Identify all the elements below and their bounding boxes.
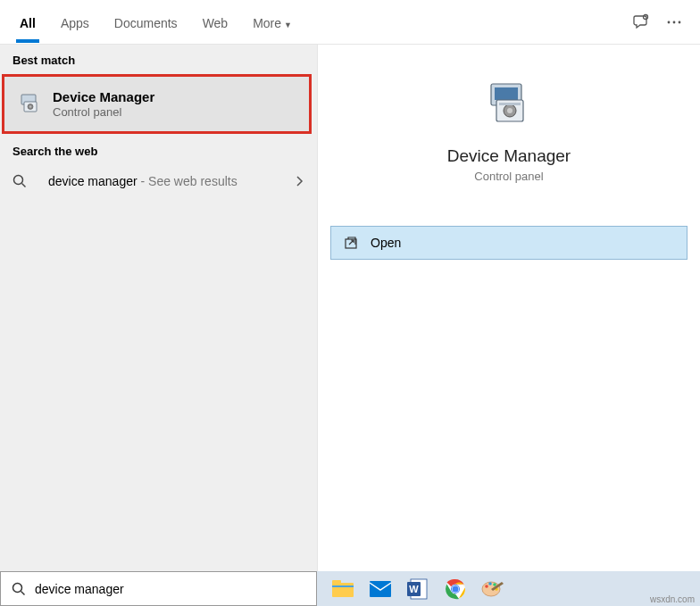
feedback-icon[interactable] xyxy=(632,13,650,31)
tab-all[interactable]: All xyxy=(7,5,48,39)
mail-icon[interactable] xyxy=(362,571,399,606)
tab-apps[interactable]: Apps xyxy=(48,5,102,39)
preview-pane: Device Manager Control panel Open xyxy=(317,45,700,571)
open-icon xyxy=(344,236,358,250)
svg-point-7 xyxy=(29,105,31,107)
search-icon xyxy=(12,582,26,596)
svg-rect-20 xyxy=(332,580,341,585)
chrome-icon[interactable] xyxy=(437,571,474,606)
chevron-right-icon xyxy=(296,175,304,187)
svg-point-33 xyxy=(493,583,496,586)
svg-point-32 xyxy=(488,582,492,585)
best-match-header: Best match xyxy=(0,45,317,72)
result-subtitle: Control panel xyxy=(53,105,296,119)
taskbar-apps: W wsxdn.com xyxy=(317,571,700,606)
results-list-pane: Best match Device Manager Control panel … xyxy=(0,45,317,571)
svg-point-29 xyxy=(453,585,459,592)
word-icon[interactable]: W xyxy=(399,571,437,606)
chevron-down-icon: ▼ xyxy=(284,21,292,29)
device-manager-large-icon xyxy=(484,80,534,130)
svg-rect-21 xyxy=(332,585,354,587)
result-device-manager[interactable]: Device Manager Control panel xyxy=(2,74,312,134)
svg-rect-11 xyxy=(495,87,518,100)
open-label: Open xyxy=(371,236,401,250)
svg-line-18 xyxy=(21,591,25,594)
svg-point-3 xyxy=(679,21,681,23)
device-manager-icon xyxy=(17,92,42,117)
web-search-result[interactable]: device manager - See web results xyxy=(0,163,317,199)
preview-subtitle: Control panel xyxy=(336,170,682,183)
search-input[interactable] xyxy=(35,582,305,596)
tab-web[interactable]: Web xyxy=(190,5,241,39)
svg-line-9 xyxy=(22,184,26,187)
svg-rect-15 xyxy=(499,103,521,105)
result-title: Device Manager xyxy=(53,89,296,104)
search-filter-tabs: All Apps Documents Web More▼ xyxy=(0,0,700,45)
svg-point-8 xyxy=(14,176,23,185)
preview-header: Device Manager Control panel xyxy=(318,62,700,201)
search-results-content: Best match Device Manager Control panel … xyxy=(0,45,700,571)
search-icon xyxy=(12,174,38,188)
watermark: wsxdn.com xyxy=(650,594,695,604)
paint-icon[interactable] xyxy=(474,571,512,606)
taskbar-search-box[interactable] xyxy=(0,571,317,606)
web-result-text: device manager - See web results xyxy=(48,174,296,188)
search-web-header: Search the web xyxy=(0,136,317,163)
tab-more[interactable]: More▼ xyxy=(240,5,304,39)
taskbar: W wsxdn.com xyxy=(0,571,700,606)
svg-point-14 xyxy=(507,108,512,113)
svg-point-17 xyxy=(13,583,22,592)
file-explorer-icon[interactable] xyxy=(324,571,362,606)
svg-point-1 xyxy=(668,21,671,23)
open-button[interactable]: Open xyxy=(330,226,688,260)
preview-title: Device Manager xyxy=(336,146,682,166)
svg-point-0 xyxy=(644,14,648,19)
svg-rect-19 xyxy=(332,583,354,597)
svg-text:W: W xyxy=(409,584,419,594)
svg-rect-22 xyxy=(370,581,391,597)
tab-documents[interactable]: Documents xyxy=(102,5,190,39)
svg-point-31 xyxy=(485,585,488,588)
svg-point-2 xyxy=(673,21,676,23)
more-options-icon[interactable] xyxy=(666,14,682,30)
